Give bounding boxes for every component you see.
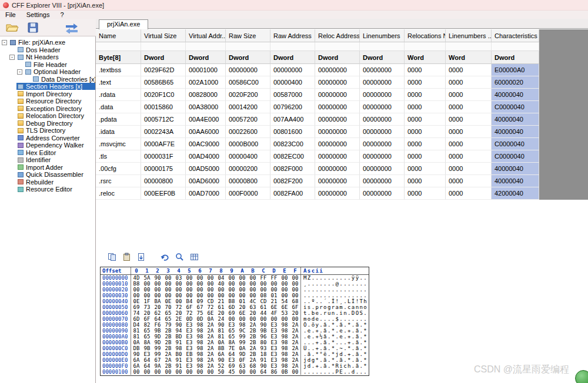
hex-byte-cell[interactable]: E3: [184, 363, 195, 369]
section-value-cell[interactable]: 000EEF0B: [141, 187, 186, 200]
collapse-icon[interactable]: -: [17, 69, 22, 75]
hex-byte-cell[interactable]: 20: [173, 310, 184, 316]
section-value-cell[interactable]: 0082F200: [270, 175, 315, 187]
hex-byte-cell[interactable]: E3: [269, 334, 279, 340]
hex-byte-cell[interactable]: 00: [195, 281, 205, 287]
hex-byte-cell[interactable]: 68: [290, 298, 300, 304]
hex-ascii-cell[interactable]: .ã.*°ë.*jd.+.ã.*: [300, 351, 368, 357]
section-name-cell[interactable]: .rdata: [96, 89, 141, 101]
hex-byte-cell[interactable]: 00: [237, 287, 248, 293]
hex-byte-cell[interactable]: 65: [142, 328, 152, 334]
hex-byte-cell[interactable]: 2A: [163, 357, 173, 363]
hex-byte-cell[interactable]: 64: [142, 363, 152, 369]
section-value-cell[interactable]: 00586B65: [141, 76, 186, 89]
hex-byte-cell[interactable]: 00: [184, 281, 195, 287]
section-value-cell[interactable]: 00015860: [141, 101, 186, 113]
hex-byte-cell[interactable]: 63: [237, 363, 248, 369]
collapse-icon[interactable]: -: [2, 40, 7, 45]
hex-byte-cell[interactable]: 2A: [290, 351, 300, 357]
hex-byte-cell[interactable]: 4F: [269, 310, 279, 316]
tree-item-dependency-walker[interactable]: Dependency Walker: [0, 142, 95, 149]
section-value-cell[interactable]: 42000040: [492, 187, 539, 200]
hex-byte-cell[interactable]: 00: [216, 293, 226, 298]
hex-byte-cell[interactable]: 6D: [226, 304, 237, 310]
hex-byte-cell[interactable]: 00: [173, 281, 184, 287]
section-value-cell[interactable]: 00000200: [226, 163, 270, 175]
tree-item-exception-directory[interactable]: Exception Directory: [0, 105, 95, 113]
section-value-cell[interactable]: 007AA400: [270, 113, 315, 126]
hex-byte-cell[interactable]: 82: [142, 322, 152, 328]
hex-byte-cell[interactable]: 00: [258, 316, 269, 322]
hex-byte-cell[interactable]: 00: [269, 316, 279, 322]
hex-ascii-cell[interactable]: ................: [300, 293, 368, 298]
section-name-cell[interactable]: .pdata: [96, 113, 141, 126]
hex-byte-cell[interactable]: 90: [216, 322, 226, 328]
hex-byte-cell[interactable]: 00: [205, 281, 216, 287]
hex-byte-cell[interactable]: 00: [163, 369, 173, 375]
hex-byte-cell[interactable]: 4C: [248, 298, 258, 304]
hex-byte-cell[interactable]: 00: [195, 287, 205, 293]
hex-byte-cell[interactable]: 98: [195, 334, 205, 340]
hex-byte-cell[interactable]: 5A: [142, 275, 152, 281]
hex-byte-cell[interactable]: 2B: [248, 340, 258, 345]
hex-byte-cell[interactable]: 1F: [142, 298, 152, 304]
hex-byte-cell[interactable]: 00: [131, 293, 142, 298]
hex-byte-cell[interactable]: 2A: [248, 357, 258, 363]
hex-byte-cell[interactable]: 50: [216, 369, 226, 375]
section-value-cell[interactable]: 00000000: [315, 113, 360, 126]
hex-byte-cell[interactable]: 69: [226, 310, 237, 316]
section-value-cell[interactable]: 00AA6000: [186, 126, 226, 138]
section-value-cell[interactable]: 00001000: [186, 64, 226, 76]
section-value-cell[interactable]: 0000: [446, 187, 492, 200]
section-value-cell[interactable]: 00828000: [186, 89, 226, 101]
section-name-cell[interactable]: .textbss: [96, 64, 141, 76]
section-value-cell[interactable]: 00000000: [360, 175, 405, 187]
hex-byte-cell[interactable]: 00: [131, 369, 142, 375]
hex-byte-cell[interactable]: 00: [248, 369, 258, 375]
translate-icon[interactable]: [64, 22, 79, 33]
hex-ascii-cell[interactable]: Û..+.ã.*.~.*.ã.*: [300, 345, 368, 351]
hex-byte-cell[interactable]: 44: [258, 310, 269, 316]
hex-byte-cell[interactable]: 00: [279, 275, 290, 281]
hex-byte-cell[interactable]: E3: [269, 357, 279, 363]
hex-byte-cell[interactable]: E3: [184, 322, 195, 328]
hex-byte-cell[interactable]: 80: [258, 340, 269, 345]
section-value-cell[interactable]: 00A4E000: [186, 113, 226, 126]
column-header-reloc-address[interactable]: Reloc Address: [315, 29, 360, 42]
tree-item-resource-directory[interactable]: Resource Directory: [0, 98, 95, 105]
hex-byte-cell[interactable]: 2B: [163, 334, 173, 340]
section-value-cell[interactable]: 00AD7000: [186, 187, 226, 200]
section-value-cell[interactable]: 0000: [446, 175, 492, 187]
section-value-cell[interactable]: 0000AF7E: [141, 138, 186, 150]
hex-byte-cell[interactable]: CD: [205, 298, 216, 304]
section-value-cell[interactable]: 00A38000: [186, 101, 226, 113]
hex-byte-cell[interactable]: 0D: [195, 316, 205, 322]
section-value-cell[interactable]: 00000175: [141, 163, 186, 175]
hex-byte-cell[interactable]: 81: [216, 334, 226, 340]
paste-icon[interactable]: [122, 253, 131, 261]
hex-byte-cell[interactable]: 65: [163, 310, 173, 316]
hex-byte-cell[interactable]: 6A: [216, 351, 226, 357]
tree-item-rebuilder[interactable]: Rebuilder: [0, 179, 95, 186]
hex-ascii-cell[interactable]: is.program.canno: [300, 304, 368, 310]
section-name-cell[interactable]: .rsrc: [96, 175, 141, 187]
section-value-cell[interactable]: 00000000: [270, 64, 315, 76]
hex-byte-cell[interactable]: 98: [195, 351, 205, 357]
hex-ascii-cell[interactable]: mode....$.......: [300, 316, 368, 322]
section-value-cell[interactable]: 00000000: [315, 163, 360, 175]
hex-byte-cell[interactable]: 98: [173, 345, 184, 351]
hex-byte-cell[interactable]: 08: [258, 293, 269, 298]
hex-byte-cell[interactable]: 94: [173, 328, 184, 334]
hex-byte-cell[interactable]: 2A: [248, 345, 258, 351]
hex-byte-cell[interactable]: 69: [226, 363, 237, 369]
hex-byte-cell[interactable]: 00: [205, 293, 216, 298]
hex-byte-cell[interactable]: 2E: [173, 316, 184, 322]
hex-byte-cell[interactable]: 00: [290, 275, 300, 281]
hex-byte-cell[interactable]: 00: [163, 275, 173, 281]
hex-byte-cell[interactable]: 00: [269, 287, 279, 293]
section-value-cell[interactable]: 0002243A: [141, 126, 186, 138]
hex-byte-cell[interactable]: 69: [131, 304, 142, 310]
hex-byte-cell[interactable]: 2A: [290, 345, 300, 351]
hex-byte-cell[interactable]: 0E: [163, 298, 173, 304]
hex-byte-cell[interactable]: CD: [258, 298, 269, 304]
